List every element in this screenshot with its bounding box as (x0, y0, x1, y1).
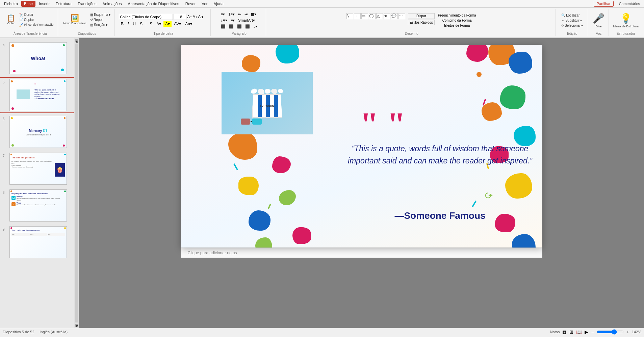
bullets-button[interactable]: ≡▾ (220, 12, 226, 17)
menu-apresentacao[interactable]: Apresentação de Diapositivos (125, 1, 182, 7)
shadow-button[interactable]: S (148, 21, 154, 27)
shape-rect[interactable]: ▭ (361, 13, 368, 19)
confetti-blue-topright (509, 52, 532, 74)
layout-icon: ▦ (90, 13, 93, 17)
font-name-input[interactable] (119, 14, 173, 20)
effects-button[interactable]: Efeitos de Forma (437, 23, 477, 28)
shape-arrow[interactable]: → (354, 13, 361, 19)
slide-sorter-button[interactable]: ⊞ (569, 329, 573, 335)
outline-button[interactable]: Contorno da Forma (437, 18, 477, 23)
zoom-level: 142% (632, 330, 641, 334)
new-slide-button[interactable]: 🖼️ Novo Diapositivo (62, 14, 88, 26)
zoom-slider[interactable] (597, 329, 624, 335)
reset-icon: ↺ (90, 18, 93, 22)
align-center-button[interactable]: ⬛ (228, 24, 235, 29)
font-clear-button[interactable]: Aa (198, 15, 203, 19)
normal-view-button[interactable]: ▦ (562, 329, 567, 335)
slide-thumb-9[interactable]: 9 You could use three columns Col 1 Col … (0, 225, 74, 260)
zoom-out-button[interactable]: − (591, 329, 594, 335)
scroll-up[interactable]: ▲ (75, 39, 78, 42)
line-spacing-button[interactable]: ↕▾ (252, 24, 259, 29)
case-button[interactable]: Aa▾ (183, 21, 194, 27)
quote-text[interactable]: “This is a quote, words full of wisdom t… (346, 143, 534, 167)
voice-group: 🎤 Ditar Voz (589, 9, 609, 36)
strikethrough-button[interactable]: S (138, 21, 144, 27)
menu-rever[interactable]: Rever (183, 1, 199, 7)
arrange-button[interactable]: Dispor (408, 13, 435, 19)
shape-ellipse[interactable]: ◯ (369, 13, 376, 19)
menu-ajuda[interactable]: Ajuda (211, 1, 226, 7)
menu-base[interactable]: Base (21, 1, 35, 7)
text-direction-button[interactable]: ↕A▾ (220, 18, 229, 23)
align-left-button[interactable]: ⬛ (220, 24, 227, 29)
menu-estrutura[interactable]: Estrutura (53, 1, 74, 7)
slide-scrollbar[interactable]: ▲ ▼ (74, 38, 79, 328)
highlight-button[interactable]: A▾ (163, 21, 172, 27)
shape-more[interactable]: ⋯ (398, 13, 405, 19)
select-icon: ⊹ (561, 24, 564, 27)
align-text-button[interactable]: ≡▾ (229, 18, 236, 23)
layout-button[interactable]: ▦ Esquema ▾ (89, 12, 112, 17)
menu-inserir[interactable]: Inserir (36, 1, 52, 7)
format-painter-button[interactable]: 🖌️ Pincel de Formatação (18, 23, 55, 27)
slide-thumb-5[interactable]: 5 " "This is a quote, words full of wisd… (0, 78, 74, 112)
fill-button[interactable]: Preenchimento da Forma (437, 13, 477, 18)
confetti-magenta-bottom (292, 227, 311, 244)
slide-thumb-7[interactable]: 7 🍿 The slide title goes here! Do you kn… (0, 151, 74, 186)
increase-indent-button[interactable]: ⇥ (243, 12, 249, 17)
format-painter-icon: 🖌️ (19, 23, 23, 27)
comments-button[interactable]: Comentários (616, 1, 643, 6)
notes-area[interactable]: Clique para adicionar notas (181, 248, 542, 258)
underline-button[interactable]: U (131, 21, 137, 27)
zoom-in-button[interactable]: + (626, 329, 629, 335)
slide-thumb-4[interactable]: 4 Whoa! (0, 41, 74, 76)
share-button[interactable]: Partilhar (594, 1, 614, 7)
replace-button[interactable]: ↔ Substituir ▾ (560, 18, 584, 23)
cut-button[interactable]: ✂️ Cortar (18, 12, 55, 17)
font-grow-button[interactable]: A↑ (187, 15, 192, 19)
shape-line[interactable]: ╲ (346, 13, 353, 19)
quote-author[interactable]: —Someone Famous (346, 210, 534, 221)
menu-ver[interactable]: Ver (199, 1, 210, 7)
slide-preview-6: Mercury 01 Enter a subtitle here if you … (9, 116, 67, 148)
smartart-button[interactable]: SmartArt▾ (237, 18, 256, 23)
menu-bar: Ficheiro Base Inserir Estrutura Transiçõ… (0, 0, 644, 8)
replace-icon: ↔ (561, 19, 565, 22)
font-shrink-button[interactable]: A↓ (192, 15, 197, 19)
align-right-button[interactable]: ⬛ (236, 24, 243, 29)
slide-canvas[interactable]: 🕯 (181, 45, 542, 248)
columns-button[interactable]: ▦▾ (250, 12, 258, 17)
reading-view-button[interactable]: 📖 (576, 329, 582, 335)
scroll-track[interactable] (75, 44, 78, 322)
bold-button[interactable]: B (119, 21, 125, 27)
menu-animacoes[interactable]: Animações (100, 1, 125, 7)
cut-icon: ✂️ (19, 13, 23, 17)
slide-thumb-6[interactable]: 6 Mercury 01 Enter a subtitle here if yo… (0, 114, 74, 149)
character-spacing-button[interactable]: AV▾ (172, 21, 183, 27)
italic-button[interactable]: I (126, 21, 130, 27)
decrease-indent-button[interactable]: ⇤ (237, 12, 242, 17)
font-color-button[interactable]: A▾ (155, 21, 163, 27)
reset-button[interactable]: ↺ Repor (89, 18, 112, 22)
slide-preview-5: " "This is a quote, words full of wisdom… (9, 79, 67, 111)
shape-triangle[interactable]: △ (376, 13, 383, 19)
font-size-input[interactable] (174, 14, 186, 20)
shape-callout[interactable]: 💬 (391, 13, 398, 19)
find-button[interactable]: 🔍 Localizar (560, 13, 584, 18)
justify-button[interactable]: ⬛ (244, 24, 251, 29)
quick-styles-button[interactable]: Estilos Rápidos (408, 20, 435, 25)
notes-toggle[interactable]: Notas (550, 330, 560, 334)
select-button[interactable]: ⊹ Selecionar ▾ (560, 23, 584, 28)
scroll-down[interactable]: ▼ (75, 324, 78, 327)
paste-button[interactable]: 📋 Colar (5, 14, 17, 26)
menu-ficheiro[interactable]: Ficheiro (1, 1, 21, 7)
shape-star[interactable]: ★ (384, 13, 390, 19)
slide-thumb-8[interactable]: 8 Maybe you need to divide the content M… (0, 188, 74, 223)
menu-transicoes[interactable]: Transições (75, 1, 99, 7)
section-button[interactable]: ▤ Secção ▾ (89, 23, 112, 27)
copy-button[interactable]: 📄 Copiar (18, 18, 55, 22)
numbering-button[interactable]: 1≡▾ (227, 12, 236, 17)
slideshow-button[interactable]: ▶ (585, 329, 588, 335)
font-group: A↑ A↓ Aa B I U S | S A▾ A▾ AV▾ Aa▾ Tipo … (116, 9, 211, 36)
bottom-bar: Diapositivo 5 de 52 Inglês (Austrália) N… (0, 328, 644, 335)
